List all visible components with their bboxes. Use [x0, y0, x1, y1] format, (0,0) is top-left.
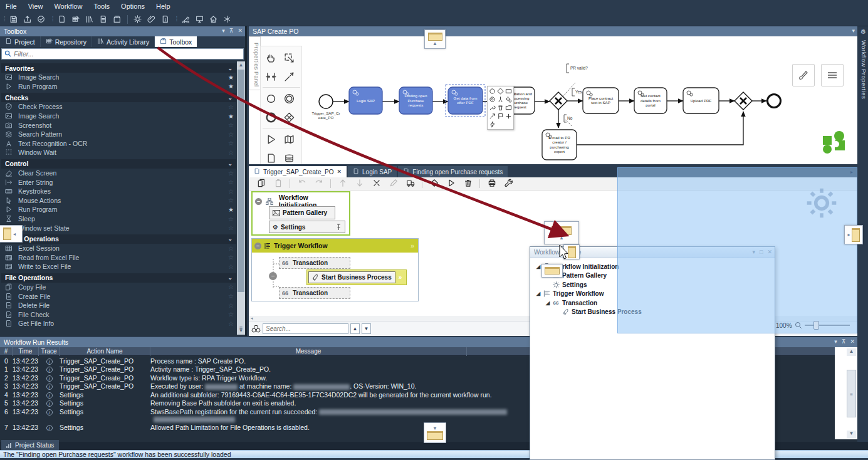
favorite-star-icon[interactable]: ☆ [228, 320, 234, 327]
chevron-down-icon[interactable]: ⌄ [227, 95, 233, 101]
end-event[interactable] [768, 95, 781, 108]
editor-tab[interactable]: Finding open Purchase requests [398, 166, 508, 177]
home-toolbar-button[interactable] [206, 14, 220, 25]
scroll-down-icon[interactable]: ▼ [847, 431, 856, 438]
toolbox-item[interactable]: Run Program ★ [1, 82, 236, 91]
favorite-star-icon[interactable]: ★ [228, 113, 234, 120]
panel-menu-icon[interactable]: ▾ [852, 28, 855, 34]
editor-delete-x-button[interactable] [368, 179, 385, 189]
pattern-gallery-button[interactable]: Pattern Gallery [269, 206, 335, 219]
editor-truck-button[interactable] [402, 179, 419, 189]
menu-button[interactable] [821, 64, 844, 86]
file-info-toolbar-button[interactable] [159, 14, 172, 25]
toolbox-item[interactable]: Mouse Actions ☆ [1, 196, 236, 206]
gear-toolbar-button[interactable] [131, 14, 145, 25]
chevron-right-icon[interactable]: » [410, 242, 414, 249]
favorite-star-icon[interactable]: ☆ [228, 197, 234, 204]
context-tool-3[interactable] [488, 95, 496, 103]
workflow-initialization-block[interactable]: – Workflow Initialization Pattern Galler… [251, 191, 350, 236]
toolbox-item[interactable]: Enter String ☆ [1, 177, 236, 187]
scroll-thumb[interactable]: ≡ [847, 370, 856, 417]
menu-file[interactable]: File [0, 1, 23, 11]
transaction-item[interactable]: 66 Transaction [279, 287, 350, 299]
favorite-star-icon[interactable]: ☆ [228, 224, 234, 231]
editor-wrench-button[interactable] [500, 179, 517, 189]
tab-toolbox[interactable]: Toolbox [155, 36, 197, 47]
package-toolbar-button[interactable] [110, 14, 124, 25]
toolbox-item[interactable]: Read from Excel File ☆ [1, 253, 236, 263]
start-event[interactable] [319, 95, 333, 108]
library-toolbar-button[interactable] [83, 14, 97, 25]
favorite-star-icon[interactable]: ☆ [228, 140, 234, 147]
menu-help[interactable]: Help [150, 1, 176, 11]
section-control[interactable]: Control⌄ [1, 159, 236, 169]
search-next-button[interactable]: ▼ [362, 323, 371, 334]
favorite-star-icon[interactable]: ☆ [228, 188, 234, 195]
favorite-star-icon[interactable]: ☆ [228, 254, 234, 261]
toolbox-item[interactable]: Run Program ★ [1, 205, 236, 214]
toolbox-item[interactable]: Search Pattern ☆ [1, 130, 236, 139]
editor-redo-button[interactable] [310, 179, 327, 189]
nodes-toolbar-button[interactable] [179, 14, 192, 25]
editor-paste-button[interactable] [269, 179, 286, 189]
menu-tools[interactable]: Tools [88, 1, 115, 11]
tab-activity-library[interactable]: Activity Library [92, 36, 155, 47]
editor-trash-button[interactable] [459, 179, 476, 189]
paperclip-toolbar-button[interactable] [145, 14, 159, 25]
editor-undo-button[interactable] [293, 179, 310, 189]
toolbox-item[interactable]: Check Process ☆ [1, 102, 236, 112]
close-icon[interactable]: ✕ [238, 28, 243, 34]
toolbox-item[interactable]: Copy File ☆ [1, 283, 236, 292]
scroll-up-icon[interactable]: ▲ [237, 61, 245, 69]
editor-print-button[interactable] [483, 179, 500, 189]
favorite-star-icon[interactable]: ☆ [228, 149, 234, 156]
chevron-down-icon[interactable]: ⌄ [227, 236, 233, 242]
pin-icon[interactable]: ⊼ [229, 28, 234, 34]
bpmn-canvas[interactable]: Trigger_SAP_Create_POLogin SAPFinding op… [249, 36, 857, 164]
collapse-icon[interactable]: – [255, 198, 262, 205]
section-file-operations[interactable]: File Operations⌄ [1, 273, 236, 283]
favorite-star-icon[interactable]: ☆ [228, 245, 234, 252]
section-favorites[interactable]: Favorites⌄ [1, 63, 236, 73]
toolbox-item[interactable]: Image Search ★ [1, 112, 236, 121]
toolbox-item[interactable]: Delete File ☆ [1, 301, 236, 310]
chevron-down-icon[interactable]: ⌄ [227, 65, 233, 71]
collapse-icon[interactable]: – [254, 243, 261, 249]
favorite-star-icon[interactable]: ☆ [228, 179, 234, 186]
results-scrollbar[interactable]: ▲ ≡ ▼ [835, 347, 857, 439]
toolbox-item[interactable]: Window set State ☆ [1, 223, 236, 233]
favorite-star-icon[interactable]: ★ [228, 83, 234, 90]
toolbox-item[interactable]: Keystrokes ☆ [1, 187, 236, 196]
scroll-thumb[interactable] [238, 70, 244, 292]
context-tool-0[interactable] [488, 87, 496, 95]
favorite-star-icon[interactable]: ☆ [228, 131, 234, 138]
favorite-star-icon[interactable]: ☆ [228, 311, 234, 318]
toolbox-item[interactable]: Excel Session ☆ [1, 244, 236, 253]
scroll-down-icon[interactable]: ▼ [237, 327, 245, 335]
context-tool-11[interactable] [505, 112, 513, 120]
favorite-star-icon[interactable]: ☆ [228, 293, 234, 300]
menu-workflow[interactable]: Workflow [48, 1, 88, 11]
section-checks[interactable]: Checks⌄ [1, 93, 236, 102]
favorite-star-icon[interactable]: ☆ [228, 170, 234, 177]
context-tool-5[interactable] [505, 95, 513, 103]
context-tool-9[interactable] [488, 112, 496, 120]
close-icon[interactable]: ✕ [337, 169, 342, 175]
favorite-star-icon[interactable]: ★ [228, 206, 234, 213]
panel-menu-icon[interactable]: ▾ [222, 28, 225, 34]
toolbox-scrollbar[interactable]: ▲ ≡ ▼ [237, 61, 245, 335]
toolbox-item[interactable]: File Check ☆ [1, 310, 236, 319]
context-tool-10[interactable] [496, 112, 505, 120]
toolbox-item[interactable]: Image Search ★ [1, 73, 236, 82]
close-icon[interactable]: ✕ [850, 338, 855, 345]
favorite-star-icon[interactable]: ☆ [228, 216, 234, 222]
expand-icon[interactable]: ▸ [850, 169, 853, 175]
editor-copy-button[interactable] [253, 179, 269, 189]
favorite-star-icon[interactable]: ★ [228, 74, 234, 81]
menu-view[interactable]: View [23, 1, 49, 11]
toolbox-item[interactable]: Screenshot ☆ [1, 120, 236, 130]
favorite-star-icon[interactable]: ☆ [228, 122, 234, 128]
settings-button[interactable]: ⚙ Settings [269, 221, 345, 233]
toolbox-item[interactable]: Sleep ☆ [1, 214, 236, 224]
brush-button[interactable] [792, 64, 815, 86]
